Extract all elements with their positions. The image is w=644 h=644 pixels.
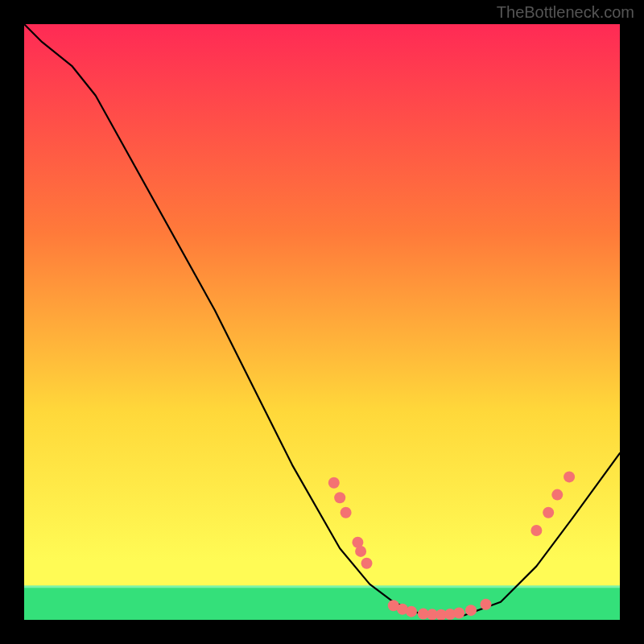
data-point: [530, 525, 542, 536]
data-point: [334, 492, 345, 503]
data-point: [328, 477, 340, 489]
data-point: [355, 546, 366, 557]
data-point: [551, 489, 563, 501]
watermark-text: TheBottleneck.com: [497, 3, 634, 22]
chart-container: TheBottleneck.com: [0, 0, 644, 644]
data-point: [453, 607, 464, 618]
plot-area: [24, 24, 620, 620]
data-point: [341, 507, 352, 518]
data-point: [361, 558, 373, 569]
data-point: [406, 606, 417, 617]
green-band-highlight: [24, 585, 620, 588]
data-point: [481, 599, 492, 610]
green-band: [24, 587, 620, 620]
gradient-background: [24, 24, 620, 620]
data-point: [465, 605, 477, 616]
data-point: [543, 507, 554, 518]
chart-svg: [24, 24, 620, 620]
data-point: [564, 471, 575, 482]
